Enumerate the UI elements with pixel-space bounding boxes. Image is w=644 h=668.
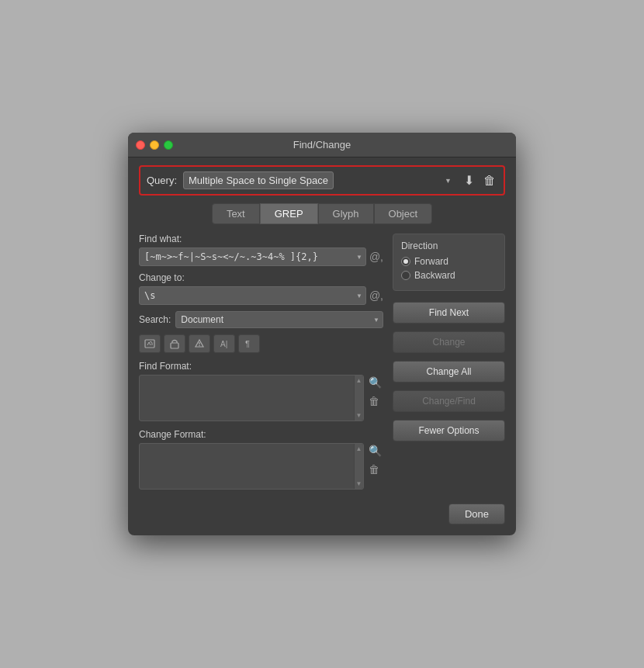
master-pages-icon[interactable] [189, 334, 210, 353]
window-controls [136, 140, 173, 150]
change-to-row: \s @, [139, 286, 383, 305]
change-button: Change [393, 331, 505, 353]
backward-label: Backward [414, 270, 455, 281]
done-button[interactable]: Done [448, 504, 505, 524]
change-find-button: Change/Find [393, 390, 505, 412]
change-format-label: Change Format: [139, 429, 383, 440]
forward-radio-row[interactable]: Forward [401, 256, 497, 267]
backward-radio[interactable] [401, 271, 410, 280]
change-to-special-icon[interactable]: @, [369, 289, 383, 302]
scroll-up-arrow[interactable]: ▲ [356, 377, 362, 384]
find-change-dialog: Find/Change Query: Multiple Space to Sin… [128, 133, 516, 535]
main-layout: Find what: [~m~>~f~|~S~s~<~/~.~3~4~% ]{2… [139, 234, 505, 497]
change-format-clear-icon[interactable]: 🗑 [367, 462, 383, 477]
svg-text:A|: A| [220, 340, 227, 348]
find-format-label: Find Format: [139, 361, 383, 372]
titlebar: Find/Change [128, 133, 516, 157]
case-sensitive-icon[interactable] [139, 334, 161, 353]
change-format-box: ▲ ▼ [139, 443, 364, 490]
query-label: Query: [147, 175, 177, 186]
fewer-options-button[interactable]: Fewer Options [393, 420, 505, 441]
svg-rect-1 [171, 343, 178, 348]
search-row: Search: Document Story All Documents [139, 311, 383, 328]
change-format-icons: 🔍 🗑 [367, 443, 383, 477]
svg-point-4 [199, 345, 200, 347]
find-format-area: Find Format: ▲ ▼ 🔍 🗑 [139, 361, 383, 421]
search-select[interactable]: Document Story All Documents [175, 311, 383, 328]
footer: Done [139, 497, 505, 524]
find-what-row: [~m~>~f~|~S~s~<~/~.~3~4~% ]{2,} @, [139, 247, 383, 266]
minimize-button[interactable] [150, 140, 159, 150]
change-format-search-icon[interactable]: 🔍 [367, 443, 383, 459]
icon-toolbar: A| ¶ [139, 334, 383, 353]
direction-title: Direction [401, 241, 497, 251]
forward-label: Forward [414, 256, 448, 267]
forward-radio[interactable] [401, 257, 410, 266]
delete-query-icon[interactable]: 🗑 [482, 172, 497, 189]
search-label: Search: [139, 314, 171, 325]
scroll-down-arrow[interactable]: ▼ [356, 412, 362, 419]
text-attributes-icon[interactable]: A| [213, 334, 235, 353]
save-query-icon[interactable]: ⬇ [462, 171, 476, 189]
right-panel: Direction Forward Backward Find Next Cha… [393, 234, 505, 497]
find-format-clear-icon[interactable]: 🗑 [367, 393, 383, 409]
change-scroll-down[interactable]: ▼ [356, 480, 362, 487]
window-title: Find/Change [293, 139, 351, 151]
backward-radio-row[interactable]: Backward [401, 270, 497, 281]
find-what-wrapper: [~m~>~f~|~S~s~<~/~.~3~4~% ]{2,} [139, 247, 366, 266]
search-select-wrapper: Document Story All Documents [175, 311, 383, 328]
locked-layers-icon[interactable] [164, 334, 185, 353]
find-what-label: Find what: [139, 234, 383, 244]
find-format-icons: 🔍 🗑 [367, 375, 383, 409]
change-to-wrapper: \s [139, 286, 366, 305]
change-format-area: Change Format: ▲ ▼ 🔍 🗑 [139, 429, 383, 490]
query-select[interactable]: Multiple Space to Single Space [183, 171, 334, 189]
find-what-input[interactable]: [~m~>~f~|~S~s~<~/~.~3~4~% ]{2,} [139, 247, 366, 266]
change-scroll-up[interactable]: ▲ [356, 445, 362, 452]
tab-grep[interactable]: GREP [260, 203, 318, 224]
find-next-button[interactable]: Find Next [393, 302, 505, 324]
change-to-input[interactable]: \s [139, 286, 366, 305]
find-format-search-icon[interactable]: 🔍 [367, 375, 383, 390]
find-format-box-row: ▲ ▼ 🔍 🗑 [139, 375, 383, 421]
tab-text[interactable]: Text [212, 203, 260, 224]
query-row: Query: Multiple Space to Single Space ⬇ … [139, 165, 505, 196]
change-format-box-row: ▲ ▼ 🔍 🗑 [139, 443, 383, 490]
maximize-button[interactable] [164, 140, 173, 150]
find-format-box: ▲ ▼ [139, 375, 364, 421]
tab-bar: Text GREP Glyph Object [139, 203, 505, 224]
close-button[interactable] [136, 140, 145, 150]
left-panel: Find what: [~m~>~f~|~S~s~<~/~.~3~4~% ]{2… [139, 234, 383, 497]
change-to-label: Change to: [139, 272, 383, 283]
tab-object[interactable]: Object [374, 203, 433, 224]
tab-glyph[interactable]: Glyph [318, 203, 374, 224]
change-all-button[interactable]: Change All [393, 361, 505, 382]
query-select-wrapper: Multiple Space to Single Space [183, 171, 456, 189]
find-format-scrollbar[interactable]: ▲ ▼ [354, 376, 363, 421]
find-what-special-icon[interactable]: @, [369, 251, 383, 263]
change-format-scrollbar[interactable]: ▲ ▼ [354, 444, 363, 489]
svg-text:¶: ¶ [245, 339, 250, 348]
direction-box: Direction Forward Backward [393, 234, 505, 291]
paragraph-attributes-icon[interactable]: ¶ [238, 334, 260, 353]
